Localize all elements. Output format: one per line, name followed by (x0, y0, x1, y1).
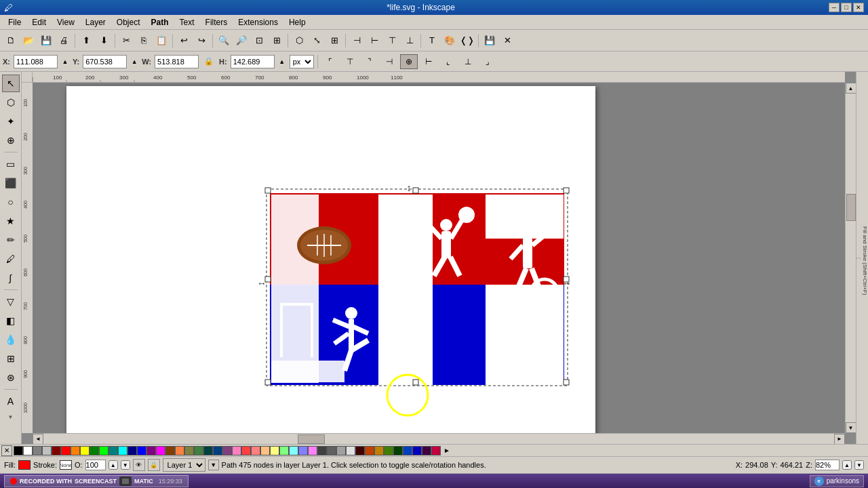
selector-tool[interactable]: ↖ (2, 75, 20, 92)
copy-button[interactable]: ⎘ (136, 33, 152, 49)
menu-path[interactable]: Path (146, 16, 174, 28)
h-unit-toggle[interactable]: ▲ (277, 54, 288, 70)
lock-icon[interactable]: 🔒 (201, 54, 217, 70)
color-blue[interactable] (137, 446, 146, 455)
color-gold[interactable] (374, 446, 384, 455)
fill-bucket-tool[interactable]: ▽ (2, 293, 20, 310)
color-steel[interactable] (403, 446, 412, 455)
xml-editor-button[interactable]: ❬❭ (459, 33, 475, 49)
save-button[interactable]: 💾 (38, 33, 54, 49)
pencil-tool[interactable]: ✏ (2, 231, 20, 249)
align-tc-button[interactable]: ⊤ (341, 54, 359, 69)
align-mr-button[interactable]: ⊢ (420, 54, 437, 69)
scroll-left-button[interactable]: ◄ (33, 434, 43, 445)
color-purple[interactable] (146, 446, 156, 455)
align-bl-button[interactable]: ⌞ (439, 54, 457, 69)
color-lightcyan[interactable] (289, 446, 298, 455)
eye-icon[interactable]: 👁 (133, 459, 145, 471)
menu-object[interactable]: Object (111, 16, 146, 28)
cut-button[interactable]: ✂ (118, 33, 134, 49)
circle-tool[interactable]: ○ (2, 193, 20, 211)
color-darkblue[interactable] (213, 446, 222, 455)
distribute-center-button[interactable]: ⊢ (366, 33, 382, 49)
color-green[interactable] (99, 446, 108, 455)
no-color-button[interactable]: ✕ (1, 445, 12, 456)
scroll-up-button[interactable]: ▲ (846, 83, 856, 94)
zoom-input[interactable] (815, 460, 840, 470)
export-png-button[interactable]: 💾 (481, 33, 498, 49)
menu-filters[interactable]: Filters (200, 16, 233, 28)
align-button[interactable]: ⊞ (326, 33, 342, 49)
align-tl-button[interactable]: ⌜ (321, 54, 339, 69)
node-tool[interactable]: ⬡ (2, 94, 20, 111)
color-magenta[interactable] (156, 446, 165, 455)
x-unit-toggle[interactable]: ▲ (60, 54, 71, 70)
screencast-item[interactable]: RECORDED WITH SCREENCAST MATIC 15:29:33 (4, 475, 189, 487)
distribute-right-button[interactable]: ⊤ (384, 33, 400, 49)
gradient-tool[interactable]: ◧ (2, 312, 20, 329)
color-hunter[interactable] (393, 446, 403, 455)
stroke-color-box[interactable]: None (60, 460, 72, 470)
zoom-sel-button[interactable]: ⊞ (269, 33, 285, 49)
y-input[interactable] (83, 55, 127, 68)
color-rose[interactable] (431, 446, 441, 455)
color-maroon2[interactable] (355, 446, 365, 455)
color-moss[interactable] (384, 446, 393, 455)
color-darkgray2[interactable] (317, 446, 327, 455)
browser-item[interactable]: e parkinsons (810, 475, 864, 487)
distribute-top-button[interactable]: ⊥ (401, 33, 418, 49)
pen-tool[interactable]: 🖊 (2, 250, 20, 268)
zoom-down[interactable]: ▼ (854, 460, 864, 470)
paste-button[interactable]: 📋 (153, 33, 170, 49)
color-lightyellow[interactable] (270, 446, 279, 455)
menu-text[interactable]: Text (174, 16, 200, 28)
fill-color-box[interactable] (18, 460, 31, 470)
color-sage[interactable] (194, 446, 203, 455)
canvas-viewport[interactable]: ↕ ↔ ↔ RHONDA MOBLE (33, 83, 845, 433)
scroll-thumb-h[interactable] (298, 434, 325, 444)
color-darkteal[interactable] (203, 446, 213, 455)
y-unit-toggle[interactable]: ▲ (129, 54, 140, 70)
connector-tool[interactable]: ⊞ (2, 350, 20, 367)
color-red[interactable] (61, 446, 71, 455)
align-tr-button[interactable]: ⌝ (361, 54, 378, 69)
opacity-down[interactable]: ▼ (121, 460, 130, 470)
node-editor-button[interactable]: ⬡ (291, 33, 307, 49)
opacity-input[interactable] (85, 460, 106, 470)
color-teal[interactable] (108, 446, 118, 455)
dropper-tool[interactable]: 💧 (2, 331, 20, 348)
minimize-button[interactable]: ─ (829, 3, 840, 12)
lock-icon-status[interactable]: 🔒 (148, 459, 160, 471)
rect-tool[interactable]: ▭ (2, 155, 20, 173)
color-mauve[interactable] (222, 446, 232, 455)
opacity-up[interactable]: ▲ (108, 460, 118, 470)
color-lightred[interactable] (241, 446, 251, 455)
menu-layer[interactable]: Layer (80, 16, 111, 28)
close-sel-button[interactable]: ✕ (499, 33, 515, 49)
color-darkgreen[interactable] (90, 446, 99, 455)
color-plum[interactable] (422, 446, 431, 455)
maximize-button[interactable]: □ (841, 3, 852, 12)
color-navy[interactable] (127, 446, 137, 455)
color-midgray[interactable] (327, 446, 336, 455)
menu-view[interactable]: View (52, 16, 80, 28)
align-mc-button[interactable]: ⊕ (400, 54, 418, 69)
zoom-out-button[interactable]: 🔎 (233, 33, 250, 49)
print-button[interactable]: 🖨 (56, 33, 72, 49)
import-button[interactable]: ⬆ (78, 33, 94, 49)
color-pink[interactable] (232, 446, 241, 455)
open-button[interactable]: 📂 (20, 33, 37, 49)
tweak-tool[interactable]: ✦ (2, 113, 20, 130)
color-black[interactable] (14, 446, 23, 455)
color-lightmagenta[interactable] (308, 446, 317, 455)
menu-edit[interactable]: Edit (26, 16, 52, 28)
text-tool-side[interactable]: A (2, 392, 20, 410)
fill-stroke-button[interactable]: 🎨 (441, 33, 458, 49)
scroll-thumb-v[interactable] (846, 194, 856, 221)
color-cyan[interactable] (118, 446, 127, 455)
color-periwinkle[interactable] (298, 446, 308, 455)
3dbox-tool[interactable]: ⬛ (2, 174, 20, 192)
redo-button[interactable]: ↪ (193, 33, 210, 49)
w-input[interactable] (155, 55, 199, 68)
menu-file[interactable]: File (3, 16, 26, 28)
